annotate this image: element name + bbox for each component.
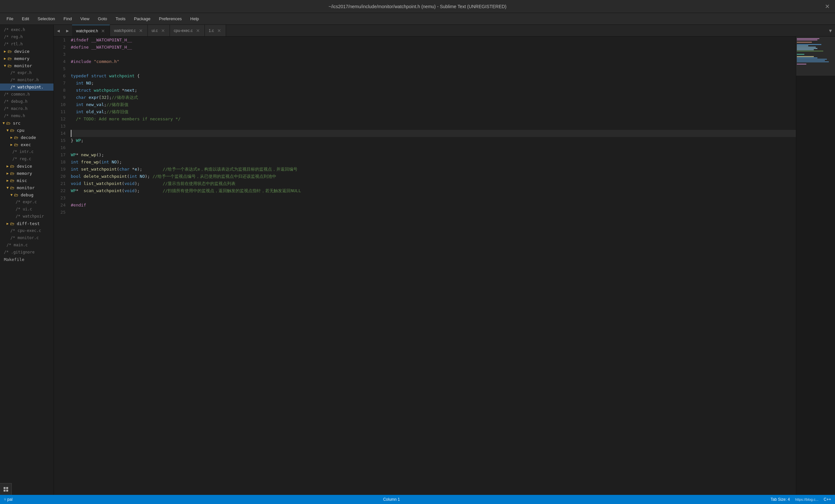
branch-indicator[interactable]: ⑂ pal	[4, 497, 13, 502]
menu-edit[interactable]: Edit	[18, 15, 33, 22]
sidebar-item-misc[interactable]: ▶ 🗁 misc	[0, 177, 54, 184]
menu-help[interactable]: Help	[186, 15, 203, 22]
sidebar-item-monitor2[interactable]: ▼ 🗁 monitor	[0, 184, 54, 191]
sidebar-item[interactable]: /* monitor.h	[0, 76, 54, 83]
menu-selection[interactable]: Selection	[34, 15, 59, 22]
status-right: Tab Size: 4 https://blog.c... C++	[770, 497, 831, 502]
tab-close-1-c[interactable]: ✕	[217, 28, 222, 33]
sidebar-item-device2[interactable]: ▶ 🗁 device	[0, 162, 54, 169]
tab-label: ui.c	[152, 28, 158, 33]
tab-1-c[interactable]: 1.c ✕	[205, 25, 226, 37]
sidebar-item[interactable]: /* intr.c	[0, 148, 54, 155]
code-content[interactable]: #ifndef __WATCHPOINT_H__ #define __WATCH…	[68, 37, 796, 495]
menu-bar: File Edit Selection Find View Goto Tools…	[0, 13, 835, 25]
main-area: /* exec.h /* reg.h /* rtl.h ▶ 🗁 device ▶…	[0, 25, 835, 495]
tab-bar: ◀ ▶ watchpoint.h ✕ watchpoint.c ✕ ui.c ✕…	[54, 25, 835, 37]
branch-icon: ⑂	[4, 497, 6, 502]
code-line-15: } WP;	[71, 137, 796, 144]
svg-rect-0	[4, 487, 5, 489]
tab-watchpoint-h[interactable]: watchpoint.h ✕	[72, 25, 110, 37]
tab-label: watchpoint.h	[76, 29, 98, 33]
menu-tools[interactable]: Tools	[111, 15, 129, 22]
status-left: ⑂ pal	[4, 497, 13, 502]
code-line-16	[71, 144, 796, 152]
sidebar-item[interactable]: /* expr.c	[0, 198, 54, 205]
tab-close-watchpoint-c[interactable]: ✕	[138, 28, 144, 33]
sidebar-item-gitignore[interactable]: /* .gitignore	[0, 248, 54, 256]
code-line-23	[71, 195, 796, 202]
sidebar-item[interactable]: /* reg.h	[0, 33, 54, 40]
sidebar-item[interactable]: /* cpu-exec.c	[0, 227, 54, 234]
sidebar-item-cpu[interactable]: ▼ 🗁 cpu	[0, 126, 54, 134]
tab-close-cpu-exec-c[interactable]: ✕	[196, 28, 201, 33]
encoding-indicator[interactable]: C++	[823, 497, 831, 502]
sidebar-item-device[interactable]: ▶ 🗁 device	[0, 48, 54, 55]
sidebar-item[interactable]: /* macro.h	[0, 105, 54, 112]
sidebar-item-watchpoint-h[interactable]: /* watchpoint.	[0, 83, 54, 91]
code-line-22: WP* scan_watchpoint(void); //扫描所有使用中的监视点…	[71, 187, 796, 195]
tab-close-ui-c[interactable]: ✕	[161, 28, 166, 33]
tab-label: 1.c	[209, 28, 214, 33]
tab-nav-left[interactable]: ◀	[54, 25, 63, 36]
close-button[interactable]: ✕	[825, 3, 830, 10]
menu-file[interactable]: File	[3, 15, 17, 22]
tab-label: cpu-exec.c	[174, 28, 193, 33]
tab-ui-c[interactable]: ui.c ✕	[148, 25, 170, 37]
sidebar-item[interactable]: /* main.c	[0, 241, 54, 248]
sidebar-item-memory[interactable]: ▶ 🗁 memory	[0, 55, 54, 62]
tab-cpu-exec-c[interactable]: cpu-exec.c ✕	[170, 25, 205, 37]
menu-goto[interactable]: Goto	[94, 15, 111, 22]
sidebar-item-monitor[interactable]: ▼ 🗁 monitor	[0, 62, 54, 69]
sidebar-item[interactable]: /* ui.c	[0, 205, 54, 213]
bottom-panel-toggle[interactable]	[0, 483, 12, 495]
sidebar-item[interactable]: /* common.h	[0, 91, 54, 98]
sidebar: /* exec.h /* reg.h /* rtl.h ▶ 🗁 device ▶…	[0, 25, 54, 495]
code-line-11: int old_val;//储存旧值	[71, 108, 796, 116]
window-title: ~/ics2017/nemu/include/monitor/watchpoin…	[328, 4, 507, 9]
code-line-1: #ifndef __WATCHPOINT_H__	[71, 37, 796, 44]
menu-view[interactable]: View	[76, 15, 93, 22]
svg-rect-2	[4, 490, 5, 491]
code-line-17: WP* new_wp();	[71, 152, 796, 159]
sidebar-item-debug[interactable]: ▼ 🗁 debug	[0, 191, 54, 198]
sidebar-item[interactable]: /* reg.c	[0, 155, 54, 162]
sidebar-item[interactable]: /* nemu.h	[0, 112, 54, 119]
sidebar-item[interactable]: /* monitor.c	[0, 234, 54, 241]
column-indicator: Column 1	[383, 497, 400, 502]
code-editor[interactable]: 1 2 3 4 5 6 7 8 9 10 11 12 13 14 15 16 1…	[54, 37, 835, 495]
tab-watchpoint-c[interactable]: watchpoint.c ✕	[110, 25, 148, 37]
sidebar-item[interactable]: /* rtl.h	[0, 40, 54, 48]
sidebar-item-memory2[interactable]: ▶ 🗁 memory	[0, 169, 54, 177]
tab-dropdown-button[interactable]: ▼	[826, 25, 835, 36]
blog-link[interactable]: https://blog.c...	[795, 498, 819, 501]
sidebar-item[interactable]: /* watchpoir	[0, 213, 54, 220]
code-line-5	[71, 65, 796, 73]
sidebar-item-src[interactable]: ▼ 🗁 src	[0, 119, 54, 126]
tab-close-watchpoint-h[interactable]: ✕	[100, 28, 106, 34]
sidebar-item[interactable]: /* exec.h	[0, 26, 54, 33]
code-line-6: typedef struct watchpoint {	[71, 73, 796, 80]
sidebar-item-makefile[interactable]: Makefile	[0, 256, 54, 263]
code-line-10: int new_val;//储存新值	[71, 101, 796, 108]
menu-package[interactable]: Package	[130, 15, 155, 22]
status-bar: ⑂ pal Column 1 Tab Size: 4 https://blog.…	[0, 495, 835, 504]
code-line-3	[71, 51, 796, 58]
minimap	[796, 37, 835, 495]
code-line-7: int NO;	[71, 80, 796, 87]
code-line-8: struct watchpoint *next;	[71, 87, 796, 94]
code-line-13	[71, 123, 796, 130]
code-line-12: /* TODO: Add more members if necessary *…	[71, 116, 796, 123]
tab-nav-right[interactable]: ▶	[63, 25, 72, 36]
sidebar-item-exec[interactable]: ▶ 🗁 exec	[0, 141, 54, 148]
menu-preferences[interactable]: Preferences	[155, 15, 186, 22]
sidebar-item[interactable]: /* debug.h	[0, 98, 54, 105]
svg-rect-3	[6, 490, 8, 491]
tab-size-indicator[interactable]: Tab Size: 4	[770, 497, 790, 502]
code-line-14	[71, 130, 796, 137]
sidebar-item-decode[interactable]: ▶ 🗁 decode	[0, 134, 54, 141]
code-line-2: #define __WATCHPOINT_H__	[71, 44, 796, 51]
menu-find[interactable]: Find	[60, 15, 76, 22]
sidebar-item-diff-test[interactable]: ▶ 🗁 diff-test	[0, 220, 54, 227]
sidebar-item[interactable]: /* expr.h	[0, 69, 54, 76]
tab-label: watchpoint.c	[114, 28, 136, 33]
